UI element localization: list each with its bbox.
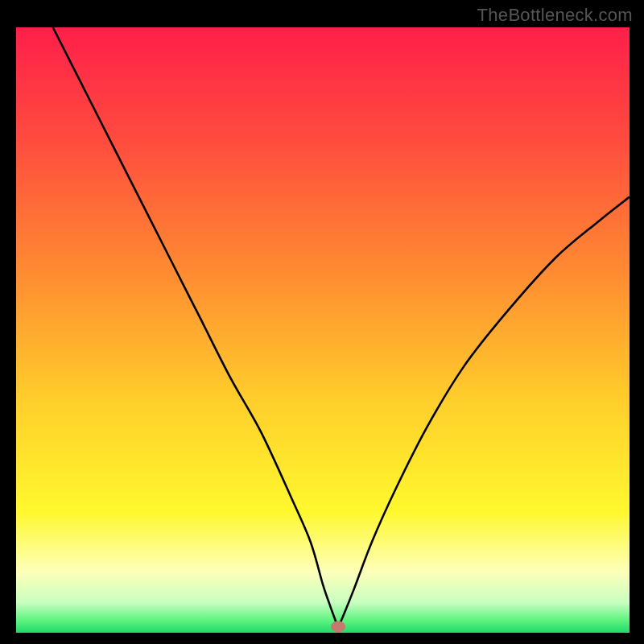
plot-area (16, 27, 630, 633)
chart-background (16, 27, 630, 633)
chart-svg (16, 27, 630, 633)
chart-frame: TheBottleneck.com (0, 0, 644, 644)
watermark-text: TheBottleneck.com (477, 5, 633, 26)
marker-dot (331, 621, 345, 632)
